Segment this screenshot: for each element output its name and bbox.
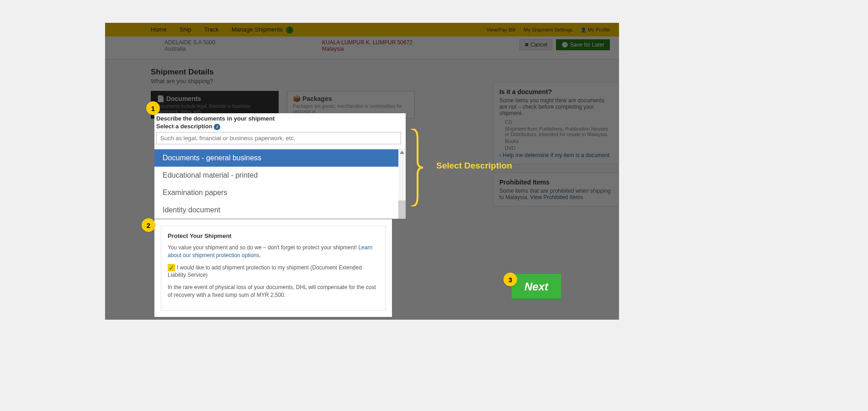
callout-3: 3 (503, 273, 517, 286)
protect-checkbox[interactable] (168, 264, 175, 271)
description-dropdown-panel: Describe the documents in your shipment … (154, 113, 406, 219)
protect-shipment-panel: Protect Your Shipment You value your shi… (154, 219, 392, 317)
select-description-label: Select a description i (154, 122, 406, 131)
dd-option-identity[interactable]: Identity document (154, 201, 406, 219)
description-search-input[interactable] (156, 132, 401, 144)
protect-checkbox-label: I would like to add shipment protection … (168, 264, 362, 279)
callout-1: 1 (146, 101, 160, 115)
annotation-select-description: Select Description (436, 161, 512, 171)
describe-label: Describe the documents in your shipment (154, 115, 406, 122)
info-icon[interactable]: i (214, 124, 220, 130)
dd-option-educational[interactable]: Educational material - printed (154, 167, 406, 184)
dd-option-general-business[interactable]: Documents - general business (154, 149, 406, 167)
dropdown-scrollbar[interactable] (398, 149, 406, 219)
annotation-brace (409, 129, 423, 206)
description-options-list: Documents - general business Educational… (154, 149, 406, 219)
next-button[interactable]: Next (512, 274, 561, 300)
protect-title: Protect Your Shipment (168, 232, 379, 239)
callout-2: 2 (142, 218, 155, 232)
dd-option-examination[interactable]: Examination papers (154, 184, 406, 201)
scroll-thumb[interactable] (398, 200, 406, 219)
protect-disclaimer: In the rare event of physical loss of yo… (168, 284, 379, 299)
scroll-up-icon (400, 151, 404, 154)
